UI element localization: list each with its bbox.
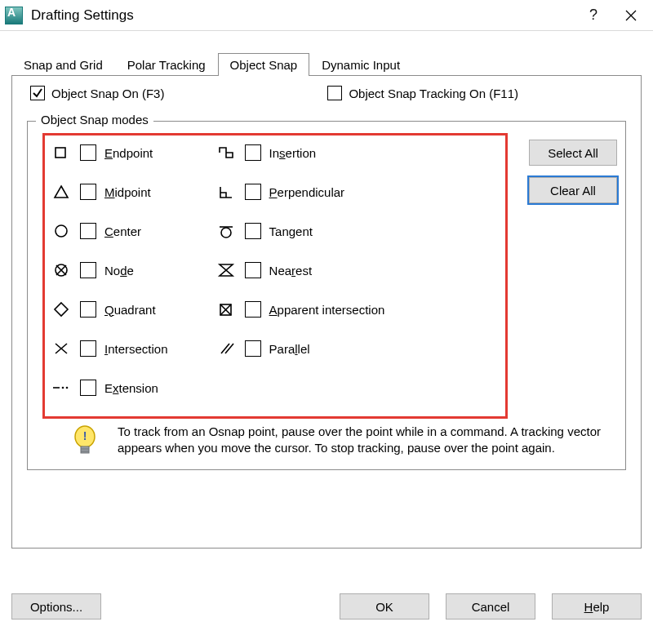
checkbox-box[interactable] [245, 262, 261, 278]
snap-mode-endpoint[interactable]: Endpoint [51, 143, 168, 162]
checkbox-box[interactable] [80, 301, 96, 318]
checkbox-box[interactable] [80, 223, 96, 239]
svg-marker-8 [55, 303, 68, 316]
snap-mode-label: Intersection [104, 342, 168, 356]
snap-modes-grid: EndpointMidpointCenterNodeQuadrantInters… [51, 143, 384, 398]
check-icon [32, 87, 43, 99]
checkbox-label: Object Snap On (F3) [51, 87, 164, 100]
close-icon [625, 10, 637, 21]
snap-mode-label: Center [104, 224, 141, 238]
context-help-button[interactable]: ? [575, 0, 612, 31]
clear-all-button[interactable]: Clear All [529, 177, 617, 203]
info-text: To track from an Osnap point, pause over… [118, 424, 607, 460]
snap-mode-nearest[interactable]: Nearest [215, 260, 385, 280]
center-icon [51, 222, 72, 240]
intersection-icon [51, 340, 72, 358]
checkbox-box [327, 86, 342, 100]
tab-snap-and-grid[interactable]: Snap and Grid [11, 53, 115, 76]
checkbox-box[interactable] [245, 223, 261, 239]
svg-line-21 [225, 344, 233, 353]
checkbox-box[interactable] [80, 340, 96, 357]
midpoint-icon [51, 183, 72, 201]
help-button[interactable]: Help [552, 593, 642, 620]
svg-text:!: ! [83, 429, 87, 442]
snap-mode-node[interactable]: Node [51, 260, 168, 280]
ok-button[interactable]: OK [340, 593, 429, 620]
options-button[interactable]: Options... [11, 593, 101, 620]
snap-mode-perpendicular[interactable]: Perpendicular [215, 182, 385, 202]
snap-mode-label: Apparent intersection [269, 303, 385, 317]
tangent-icon [215, 222, 237, 240]
snap-mode-quadrant[interactable]: Quadrant [51, 300, 168, 319]
checkbox-object-snap-on[interactable]: Object Snap On (F3) [30, 86, 164, 100]
apparent-icon [215, 300, 237, 318]
snap-mode-label: Midpoint [104, 185, 151, 199]
snap-mode-label: Tangent [269, 224, 313, 238]
endpoint-icon [51, 144, 72, 162]
checkbox-box[interactable] [245, 184, 261, 200]
checkbox-box[interactable] [245, 340, 261, 357]
parallel-icon [215, 340, 237, 358]
snap-mode-label: Extension [104, 381, 158, 395]
app-icon [5, 7, 23, 24]
svg-point-13 [66, 387, 69, 389]
node-icon [51, 261, 72, 279]
close-button[interactable] [612, 0, 650, 31]
svg-rect-23 [81, 446, 89, 453]
tabs: Snap and Grid Polar Tracking Object Snap… [11, 49, 653, 75]
snap-mode-label: Insertion [269, 146, 317, 160]
snap-mode-parallel[interactable]: Parallel [215, 339, 385, 358]
snap-mode-tangent[interactable]: Tangent [215, 221, 385, 241]
snap-mode-label: Parallel [269, 342, 310, 356]
svg-point-12 [62, 387, 64, 389]
snap-mode-intersection[interactable]: Intersection [51, 339, 168, 358]
group-legend: Object Snap modes [36, 113, 153, 127]
tab-dynamic-input[interactable]: Dynamic Input [309, 53, 412, 76]
checkbox-box[interactable] [80, 184, 96, 200]
svg-point-4 [56, 225, 67, 237]
side-buttons: Select All Clear All [529, 140, 617, 203]
checkbox-object-snap-tracking-on[interactable]: Object Snap Tracking On (F11) [327, 86, 518, 100]
svg-line-20 [221, 344, 229, 353]
top-checkbox-row: Object Snap On (F3) Object Snap Tracking… [12, 76, 641, 100]
select-all-button[interactable]: Select All [529, 140, 617, 166]
dialog-buttons: Options... OK Cancel Help [11, 593, 642, 620]
snap-mode-insertion[interactable]: Insertion [215, 143, 385, 162]
checkbox-label: Object Snap Tracking On (F11) [349, 87, 518, 100]
snap-mode-label: Endpoint [104, 146, 153, 160]
tab-object-snap[interactable]: Object Snap [218, 53, 310, 76]
tab-polar-tracking[interactable]: Polar Tracking [115, 53, 218, 76]
snap-mode-center[interactable]: Center [51, 221, 168, 241]
snap-mode-midpoint[interactable]: Midpoint [51, 182, 168, 202]
checkbox-box [30, 86, 45, 100]
snap-mode-apparent[interactable]: Apparent intersection [215, 300, 385, 319]
perpendicular-icon [215, 183, 237, 201]
quadrant-icon [51, 300, 72, 318]
lightbulb-icon: ! [69, 424, 101, 460]
insertion-icon [215, 144, 237, 162]
snap-mode-label: Nearest [269, 264, 313, 278]
checkbox-box[interactable] [245, 301, 261, 318]
info-row: ! To track from an Osnap point, pause ov… [69, 424, 607, 460]
checkbox-box[interactable] [80, 144, 96, 161]
window-title: Drafting Settings [31, 7, 575, 24]
checkbox-box[interactable] [80, 262, 96, 278]
checkbox-box[interactable] [80, 380, 96, 396]
svg-marker-3 [55, 186, 68, 198]
svg-point-14 [221, 228, 231, 238]
checkbox-box[interactable] [245, 144, 261, 161]
snap-mode-extension[interactable]: Extension [51, 378, 168, 398]
svg-marker-16 [220, 264, 233, 276]
group-object-snap-modes: Object Snap modes EndpointMidpointCenter… [27, 121, 626, 470]
snap-mode-label: Perpendicular [269, 185, 345, 199]
svg-rect-2 [56, 148, 65, 158]
snap-mode-label: Node [104, 264, 134, 278]
tab-panel: Object Snap On (F3) Object Snap Tracking… [11, 75, 642, 549]
nearest-icon [215, 261, 237, 279]
title-bar: Drafting Settings ? [0, 0, 653, 31]
cancel-button[interactable]: Cancel [446, 593, 535, 620]
extension-icon [51, 379, 72, 397]
snap-mode-label: Quadrant [104, 303, 156, 317]
